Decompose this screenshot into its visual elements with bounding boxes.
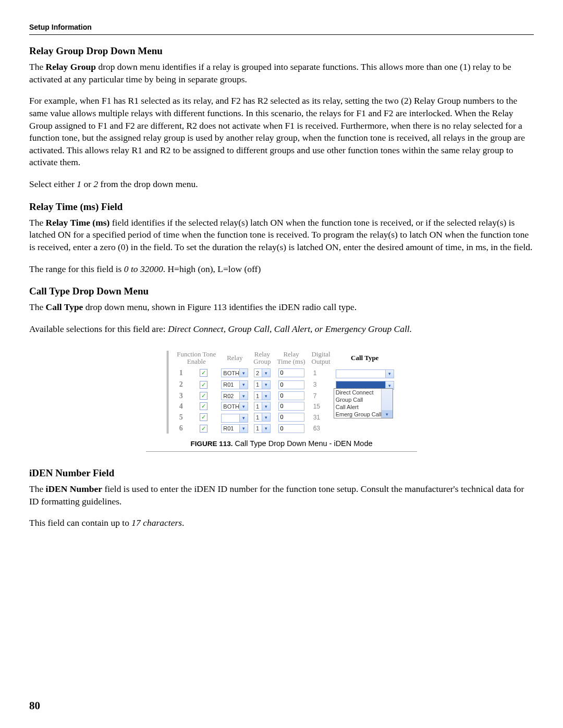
chevron-down-icon: ▾: [382, 410, 393, 418]
text: . H=high (on), L=low (off): [163, 264, 261, 274]
text-italic: 1: [77, 179, 81, 189]
relay-group-select[interactable]: 1▾: [254, 424, 271, 433]
relay-select[interactable]: R02▾: [221, 391, 248, 400]
page-header: Setup Information: [29, 23, 534, 35]
p-call-type-1: The Call Type drop down menu, shown in F…: [29, 301, 534, 314]
chevron-down-icon: ▾: [239, 392, 248, 400]
col-function-tone-enable: Function ToneEnable: [174, 351, 219, 367]
p-iden-2: This field can contain up to 17 characte…: [29, 517, 534, 529]
p-relay-group-2: For example, when F1 has R1 selected as …: [29, 95, 534, 169]
relay-select[interactable]: R01▾: [221, 380, 248, 389]
text-bold: iDEN Number: [46, 484, 102, 494]
heading-call-type: Call Type Drop Down Menu: [29, 286, 534, 297]
heading-relay-group: Relay Group Drop Down Menu: [29, 45, 534, 57]
text: Available selections for this field are:: [29, 324, 168, 334]
text: drop down menu, shown in Figure 113 iden…: [83, 302, 357, 312]
relay-select[interactable]: BOTH▾: [221, 368, 248, 377]
chevron-down-icon: ▾: [262, 413, 270, 421]
chevron-down-icon: ▾: [385, 370, 394, 378]
chevron-down-icon: ▾: [262, 369, 270, 377]
table-row: 6✓R01▾1▾063: [174, 423, 396, 434]
enable-checkbox[interactable]: ✓: [200, 369, 207, 377]
figure-caption: FIGURE 113. Call Type Drop Down Menu - i…: [146, 439, 417, 452]
p-iden-1: The iDEN Number field is used to enter t…: [29, 483, 534, 508]
p-relay-group-3: Select either 1 or 2 from the drop down …: [29, 178, 534, 191]
row-number: 6: [174, 423, 188, 434]
heading-iden-number: iDEN Number Field: [29, 467, 534, 479]
text-bold: Call Type: [46, 302, 83, 312]
col-digital-output: DigitalOutput: [309, 351, 334, 367]
chevron-down-icon: ▾: [262, 425, 270, 433]
row-number: 4: [174, 401, 188, 412]
text: from the drop down menu.: [98, 179, 198, 189]
relay-time-input[interactable]: 0: [278, 380, 304, 389]
col-relay: Relay: [219, 351, 250, 367]
call-type-select[interactable]: ▾: [336, 369, 394, 378]
figure-label: FIGURE 113.: [190, 440, 232, 448]
enable-checkbox[interactable]: ✓: [200, 413, 207, 421]
relay-time-input[interactable]: 0: [278, 402, 304, 411]
text-italic: 2: [93, 179, 98, 189]
relay-group-select[interactable]: 1▾: [254, 402, 271, 411]
chevron-down-icon: ▾: [262, 392, 270, 400]
col-relay-time: RelayTime (ms): [274, 351, 309, 367]
relay-time-input[interactable]: 0: [278, 368, 304, 377]
scrollbar[interactable]: ▾: [381, 389, 393, 418]
relay-time-input[interactable]: 0: [278, 391, 304, 400]
relay-group-select[interactable]: 1▾: [254, 413, 271, 422]
page-number: 80: [29, 699, 40, 712]
relay-select[interactable]: ▾: [221, 414, 248, 423]
col-call-type: Call Type: [334, 351, 396, 367]
row-number: 5: [174, 412, 188, 424]
chevron-down-icon: ▾: [262, 381, 270, 389]
relay-group-select[interactable]: 1▾: [254, 391, 271, 400]
row-number: 1: [174, 367, 188, 379]
text: or: [81, 179, 93, 189]
text: The range for this field is: [29, 264, 124, 274]
digital-output-value: 31: [312, 414, 330, 421]
chevron-down-icon: ▾: [239, 369, 248, 377]
chevron-down-icon: ▾: [239, 381, 248, 389]
col-relay-group: RelayGroup: [250, 351, 274, 367]
relay-group-select[interactable]: 1▾: [254, 380, 271, 389]
digital-output-value: 3: [312, 381, 330, 388]
enable-checkbox[interactable]: ✓: [200, 381, 207, 389]
text: drop down menu identifies if a relay is …: [29, 61, 511, 84]
enable-checkbox[interactable]: ✓: [200, 392, 207, 400]
text: The: [29, 61, 46, 72]
text: field is used to enter the iDEN ID numbe…: [29, 484, 524, 507]
text: Select either: [29, 179, 77, 189]
chevron-down-icon: ▾: [239, 402, 248, 410]
enable-checkbox[interactable]: ✓: [200, 402, 207, 410]
p-relay-time-2: The range for this field is 0 to 32000. …: [29, 263, 534, 276]
p-call-type-2: Available selections for this field are:…: [29, 323, 534, 336]
relay-time-input[interactable]: 0: [278, 413, 304, 422]
digital-output-value: 15: [312, 403, 330, 410]
chevron-down-icon: ▾: [239, 414, 248, 422]
enable-checkbox[interactable]: ✓: [200, 425, 207, 433]
relay-select[interactable]: R01▾: [221, 424, 248, 433]
heading-relay-time: Relay Time (ms) Field: [29, 201, 534, 213]
text-italic: 0 to 32000: [124, 264, 163, 274]
chevron-down-icon: ▾: [262, 402, 270, 410]
text: The: [29, 484, 46, 494]
relay-time-input[interactable]: 0: [278, 424, 304, 433]
p-relay-time-1: The Relay Time (ms) field identifies if …: [29, 217, 534, 254]
digital-output-value: 63: [312, 425, 330, 432]
figure-113: Function ToneEnable Relay RelayGroup Rel…: [29, 351, 534, 434]
text: .: [182, 517, 184, 528]
table-row: 2✓R01▾1▾03▾Direct ConnectGroup CallCall …: [174, 379, 396, 391]
text: The: [29, 217, 46, 228]
text-italic: 17 characters: [131, 517, 182, 528]
relay-group-select[interactable]: 2▾: [254, 368, 271, 377]
text-bold: Relay Time (ms): [46, 217, 110, 228]
chevron-down-icon: ▾: [239, 425, 248, 433]
relay-select[interactable]: BOTH▾: [221, 402, 248, 411]
row-number: 2: [174, 379, 188, 391]
row-number: 3: [174, 391, 188, 401]
p-relay-group-1: The Relay Group drop down menu identifie…: [29, 61, 534, 85]
text: This field can contain up to: [29, 517, 131, 528]
call-type-dropdown-list[interactable]: Direct ConnectGroup CallCall AlertEmerg …: [334, 388, 393, 418]
text-bold: Relay Group: [46, 61, 96, 72]
text: The: [29, 302, 46, 312]
